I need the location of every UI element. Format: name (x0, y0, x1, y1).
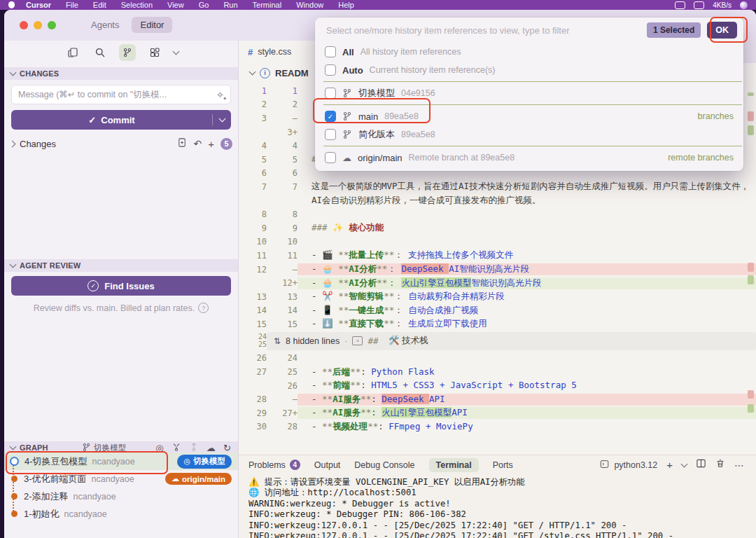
graph-commit-row[interactable]: 2-添加注释ncandyaoe (4, 488, 238, 505)
search-icon[interactable] (92, 44, 108, 61)
gutter-new: 15 (267, 319, 298, 329)
menu-file[interactable]: File (66, 1, 78, 9)
new-terminal-icon[interactable]: + (666, 460, 673, 470)
terminal-dropdown-icon[interactable] (681, 460, 688, 467)
tab-editor[interactable]: Editor (132, 17, 172, 33)
item-description: Current history item reference(s) (370, 65, 496, 75)
panel-tab-output[interactable]: Output (314, 460, 341, 470)
chevron-down-icon[interactable] (172, 48, 179, 55)
graph-commit-row[interactable]: 1-初始化ncandyaoe (4, 505, 238, 523)
find-issues-button[interactable]: ✓ Find Issues (11, 276, 231, 296)
quickpick-item-All[interactable]: AllAll history item references (315, 43, 743, 61)
expand-icon[interactable]: ⇅ (274, 336, 281, 346)
close-window-button[interactable] (20, 21, 28, 29)
terminal-line: INFO:werkzeug:127.0.0.1 - - [25/Dec/2025… (248, 520, 752, 531)
more-actions-icon[interactable]: ⋯ (734, 460, 745, 471)
extensions-icon[interactable] (146, 44, 163, 61)
menu-window[interactable]: Window (296, 1, 323, 9)
checkbox[interactable] (325, 152, 336, 163)
minimize-window-button[interactable] (34, 21, 42, 29)
discard-icon[interactable]: ↶ (194, 139, 202, 149)
panel-tab-ports[interactable]: Ports (493, 460, 513, 470)
agent-review-label: AGENT REVIEW (20, 261, 80, 270)
hidden-lines-label: 8 hidden lines (286, 336, 340, 346)
tab-style-css[interactable]: # style.css (239, 41, 328, 63)
trash-icon[interactable] (715, 458, 725, 471)
copy-icon[interactable] (64, 44, 81, 61)
source-control-icon[interactable] (119, 44, 136, 61)
tab-agents[interactable]: Agents (83, 17, 127, 33)
gutter-old: 29 (239, 408, 267, 418)
menu-run[interactable]: Run (223, 1, 237, 9)
menu-help[interactable]: Help (338, 1, 354, 9)
rebase-icon[interactable] (189, 442, 199, 453)
merge-icon[interactable] (172, 442, 181, 453)
dot-separator: · (344, 336, 347, 346)
checkbox[interactable] (325, 88, 336, 99)
checkbox[interactable]: ✓ (325, 111, 336, 122)
checkbox[interactable] (325, 129, 336, 140)
screen-record-icon[interactable] (675, 1, 685, 9)
panel-tab-debug-console[interactable]: Debug Console (354, 460, 414, 470)
line-content: - 🧁 **AI分析**： DeepSeek AI智能识别高光片段 (298, 263, 756, 275)
target-icon: ◎ (183, 457, 190, 465)
terminal-output[interactable]: ⚠️ 提示：请设置环境变量 VOLCENGINE_API_KEY 以启用AI分析… (248, 477, 752, 538)
ok-button[interactable]: OK (707, 22, 737, 39)
quickpick-filter-input[interactable]: Select one/more history item references … (326, 25, 640, 36)
changes-section-header[interactable]: CHANGES (4, 67, 238, 80)
quickpick-item-main[interactable]: ✓main89ea5e8branches (315, 107, 743, 125)
gutter-new: 24 (267, 353, 298, 363)
quickpick-separator (323, 104, 742, 105)
quickpick-item-origin/main[interactable]: ☁origin/mainRemote branch at 89ea5e8remo… (315, 149, 743, 167)
split-terminal-icon[interactable] (696, 458, 706, 471)
menu-cursor[interactable]: Cursor (26, 1, 51, 9)
help-icon[interactable]: ? (198, 303, 209, 313)
commit-dropdown-button[interactable] (213, 118, 231, 121)
graph-commit-row[interactable]: 3-优化前端页面ncandyaoe☁origin/main (4, 470, 238, 488)
checkbox[interactable] (325, 46, 336, 57)
menu-terminal[interactable]: Terminal (253, 1, 282, 9)
commit-node-icon (11, 511, 18, 517)
gutter-old: 12 (239, 265, 267, 275)
target-icon[interactable]: ◎ (155, 443, 164, 453)
refresh-icon[interactable]: ↻ (223, 443, 231, 453)
gutter-new: 26 (267, 381, 298, 391)
item-label: origin/main (358, 153, 402, 163)
gutter-new: 10 (267, 237, 298, 247)
collapse-bar[interactable]: ⇅8 hidden lines·≡## 🛠️ 技术栈 (267, 332, 756, 350)
check-icon: ✓ (88, 115, 96, 125)
menu-go[interactable]: Go (199, 1, 209, 9)
active-terminal[interactable]: python3.12 (599, 460, 657, 471)
ref-badge[interactable]: ◎切换模型 (177, 455, 232, 469)
panel-tab-problems[interactable]: Problems4 (248, 460, 300, 470)
push-cloud-icon[interactable]: ☁ (206, 443, 216, 453)
display-icon[interactable] (694, 1, 704, 9)
agent-review-header[interactable]: AGENT REVIEW (4, 259, 238, 272)
collapse-chevron-icon (249, 69, 256, 76)
commit-button[interactable]: ✓Commit (11, 110, 231, 130)
generate-message-icon[interactable]: ✧✦ (216, 90, 224, 100)
diff-line: 2927+- **AI服务**: 火山引擎豆包模型API (239, 406, 756, 420)
zoom-window-button[interactable] (48, 21, 56, 29)
cloud-icon: ☁ (172, 475, 179, 483)
siri-icon[interactable] (740, 1, 748, 9)
graph-commit-row[interactable]: 4-切换豆包模型ncandyaoe◎切换模型 (4, 453, 238, 470)
quickpick-item-切换模型[interactable]: 切换模型04e9156 (315, 84, 743, 102)
apple-menu-icon[interactable] (8, 1, 15, 8)
quickpick-item-Auto[interactable]: AutoCurrent history item reference(s) (315, 61, 743, 79)
ref-badge[interactable]: ☁origin/main (165, 473, 232, 485)
commit-message-input[interactable]: Message (⌘↵ to commit on "切换模... ✧✦ (11, 85, 231, 104)
menu-view[interactable]: View (167, 1, 184, 9)
stage-plus-icon[interactable]: + (208, 139, 214, 149)
quickpick-item-简化版本[interactable]: 简化版本89ea5e8 (315, 125, 743, 144)
menu-selection[interactable]: Selection (121, 1, 153, 9)
changes-tree-row[interactable]: Changes ↶ + 5 (10, 136, 232, 151)
panel-tab-terminal[interactable]: Terminal (429, 458, 479, 472)
menu-edit[interactable]: Edit (93, 1, 106, 9)
panel-tab-label: Problems (248, 460, 286, 470)
changes-tree-label: Changes (20, 139, 56, 149)
hidden-lines-bar[interactable]: 2425⇅8 hidden lines·≡## 🛠️ 技术栈 (239, 332, 756, 350)
stage-all-icon[interactable] (177, 137, 188, 150)
checkbox[interactable] (325, 64, 336, 76)
graph-branch-label: 切换模型 (94, 443, 127, 453)
